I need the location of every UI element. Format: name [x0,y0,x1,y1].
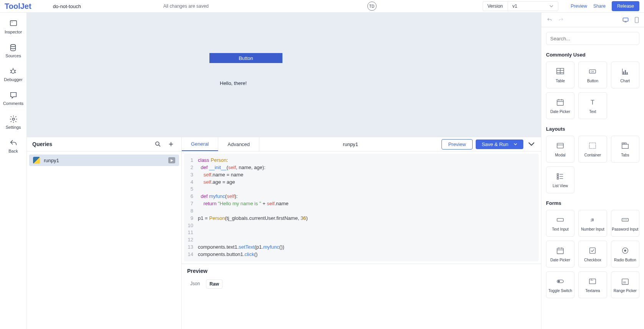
preview-section-title: Preview [187,268,536,274]
query-name-display[interactable]: runpy1 [259,141,442,147]
add-query-button[interactable] [166,139,176,149]
code-line[interactable]: 8 [184,208,539,215]
code-line[interactable]: 2 def __init__(self, name, age): [184,164,539,171]
component-container[interactable]: Container [578,136,607,163]
inspector-icon [9,20,18,28]
canvas[interactable]: Button Hello, there! [27,13,541,137]
share-button[interactable]: Share [593,3,606,9]
code-line[interactable]: 5 [184,186,539,193]
rail-inspector[interactable]: Inspector [5,20,22,34]
code-line[interactable]: 14components.button1.click() [184,251,539,258]
mobile-icon [635,17,639,23]
toggle-icon [556,277,564,286]
svg-rect-56 [590,248,596,253]
run-query-chip[interactable]: ▶ [168,157,175,163]
component-range-picker[interactable]: Range Picker [611,271,639,298]
component-radio-button[interactable]: Radio Button [611,241,639,268]
code-line[interactable]: 4 self.age = age [184,179,539,186]
code-line[interactable]: 9p1 = Person(tj_globals.currentUser.firs… [184,215,539,222]
component-chart[interactable]: Chart [611,61,639,88]
comments-icon [9,91,18,100]
component-checkbox[interactable]: Checkbox [578,241,607,268]
version-selector[interactable]: Version v1 [483,1,559,11]
calendar-icon [556,246,564,255]
rail-debugger[interactable]: Debugger [4,67,22,82]
svg-rect-14 [623,18,628,21]
component-password-input[interactable]: Password Input [611,210,639,237]
save-status: All changes are saved [163,3,209,9]
component-toggle-switch[interactable]: Toggle Switch [546,271,574,298]
component-date-picker[interactable]: Date Picker [546,241,574,268]
query-preview-button[interactable]: Preview [442,139,472,150]
svg-point-3 [12,70,15,73]
rail-comments[interactable]: Comments [3,91,23,106]
component-label: Radio Button [614,258,636,262]
preview-tab-raw[interactable]: Raw [206,279,222,289]
query-item[interactable]: runpy1▶ [29,155,179,166]
code-line[interactable]: 3 self.name = name [184,171,539,179]
rail-sources[interactable]: Sources [5,43,21,58]
component-modal[interactable]: Modal [546,136,574,163]
tab-general[interactable]: General [182,137,218,151]
code-line[interactable]: 7 return "Hello my name is " + self.name [184,200,539,208]
svg-rect-45 [557,218,564,221]
rail-label: Sources [5,53,21,58]
svg-rect-0 [10,21,17,26]
search-queries-button[interactable] [153,139,163,149]
section-title: Commonly Used [546,52,639,58]
component-text[interactable]: TText [578,92,607,119]
component-search-input[interactable] [546,32,639,45]
redo-button[interactable] [557,16,565,24]
code-line[interactable]: 13components.text1.setText(p1.myfunc()) [184,244,539,251]
mobile-view-button[interactable] [633,15,640,25]
preview-button[interactable]: Preview [571,3,587,9]
chart-icon [621,67,629,76]
component-button[interactable]: OKButton [578,61,607,88]
component-textarea[interactable]: TTextarea [578,271,607,298]
password-icon [621,216,629,224]
tab-advanced[interactable]: Advanced [218,137,259,151]
desktop-view-button[interactable] [621,16,630,24]
component-label: Chart [621,79,630,83]
app-name[interactable]: do-not-touch [53,3,81,9]
component-list-view[interactable]: List View [546,166,574,193]
component-tabs[interactable]: Tabs [611,136,639,163]
code-line[interactable]: 1class Person: [184,157,539,164]
rail-back[interactable]: Back [8,139,18,153]
preview-tab-json[interactable]: Json [187,279,203,289]
code-line[interactable]: 11 [184,229,539,236]
table-icon [556,67,564,76]
svg-point-51 [626,219,627,220]
svg-point-50 [625,219,626,220]
release-button[interactable]: Release [612,1,639,11]
component-label: Date Picker [550,110,570,114]
container-icon [588,141,597,150]
logo[interactable]: ToolJet [5,2,32,11]
code-line[interactable]: 10 [184,222,539,229]
svg-rect-36 [622,144,629,148]
svg-point-49 [623,219,624,220]
component-date-picker[interactable]: Date Picker [546,92,574,119]
code-line[interactable]: 6 def myfunc(self): [184,193,539,200]
save-run-button[interactable]: Save & Run [476,140,523,149]
rail-label: Back [8,149,18,153]
settings-icon [9,115,18,123]
canvas-text-component[interactable]: Hello, there! [220,80,247,86]
canvas-button-component[interactable]: Button [209,53,282,63]
textinput-icon [556,216,564,224]
collapse-panel-button[interactable] [526,140,536,148]
code-line[interactable]: 12 [184,236,539,244]
component-table[interactable]: Table [546,61,574,88]
undo-button[interactable] [545,16,554,24]
version-value[interactable]: v1 [508,2,558,11]
svg-rect-25 [623,71,624,74]
component-number-input[interactable]: 2Number Input [578,210,607,237]
code-editor[interactable]: 1class Person:2 def __init__(self, name,… [184,154,539,261]
checkbox-icon [588,246,597,255]
user-avatar[interactable]: TD [367,2,377,11]
radio-icon [621,246,629,255]
svg-line-7 [10,72,12,73]
rail-settings[interactable]: Settings [6,115,21,130]
component-text-input[interactable]: Text Input [546,210,574,237]
component-label: Text [589,110,596,114]
